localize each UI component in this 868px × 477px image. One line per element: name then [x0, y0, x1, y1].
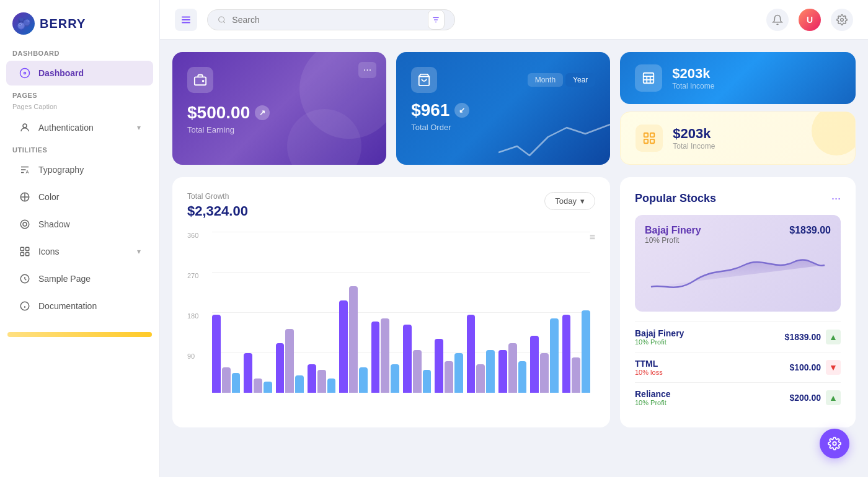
- fab-settings-button[interactable]: [820, 429, 849, 458]
- auth-icon: [19, 121, 31, 134]
- svg-point-22: [203, 81, 204, 82]
- bar-blue: [391, 364, 399, 393]
- svg-point-20: [841, 18, 844, 21]
- bar-purple: [467, 315, 476, 393]
- bar-group: [339, 286, 367, 393]
- bar-light-purple: [572, 357, 580, 393]
- dashboard-icon: [19, 67, 31, 79]
- stocks-more-button[interactable]: ···: [831, 192, 841, 205]
- bar-purple: [435, 339, 443, 393]
- stock-trend-icon: ▼: [826, 360, 841, 375]
- sidebar-icons-label: Icons: [38, 247, 59, 256]
- stock-trend-icon: ▲: [826, 330, 841, 344]
- featured-stock-card: Bajaj Finery 10% Profit $1839.00: [635, 215, 841, 312]
- bar-purple: [371, 322, 380, 393]
- user-avatar[interactable]: U: [799, 9, 821, 31]
- stock-row[interactable]: Bajaj Finery10% Profit$1839.00▲: [635, 322, 841, 352]
- stock-name: Bajaj Finery: [635, 328, 684, 338]
- sidebar-section-utilities: Utilities: [0, 141, 159, 156]
- growth-title: Total Growth: [187, 192, 248, 201]
- bar-purple: [212, 315, 221, 393]
- income-blue-info: $203k Total Income: [672, 66, 714, 90]
- logo-area: 🫐 BERRY: [0, 10, 159, 45]
- bottom-row: Total Growth $2,324.00 Today ▾ ≡ 360 270…: [172, 177, 856, 427]
- stock-price: $1839.00: [785, 332, 821, 342]
- sidebar-typography-label: Typography: [38, 165, 84, 175]
- bar-group: [371, 318, 399, 393]
- content-area: ··· $500.00 ↗ Total Earning: [160, 40, 868, 477]
- svg-text:A: A: [26, 169, 29, 175]
- settings-button[interactable]: [831, 9, 853, 31]
- main-area: U ··· $500.00: [160, 0, 868, 477]
- stock-row[interactable]: TTML10% loss$100.00▼: [635, 352, 841, 382]
- svg-rect-6: [20, 247, 24, 250]
- svg-point-0: [24, 72, 26, 74]
- bag-icon: [417, 73, 431, 87]
- growth-amount: $2,324.00: [187, 203, 248, 219]
- sidebar-item-color[interactable]: Color: [6, 185, 153, 209]
- bar-purple: [308, 364, 316, 393]
- sidebar-item-sample-page[interactable]: Sample Page: [6, 266, 153, 291]
- avatar-initials: U: [807, 15, 813, 25]
- bar-group: [530, 318, 558, 393]
- bar-group: [244, 353, 272, 393]
- bar-blue: [232, 373, 241, 393]
- notification-bell-button[interactable]: [766, 9, 789, 31]
- order-trend-icon: ↙: [454, 103, 469, 118]
- stock-row[interactable]: Reliance10% Profit$200.00▲: [635, 382, 841, 413]
- logo-text: BERRY: [40, 17, 86, 31]
- bar-light-purple: [476, 364, 485, 393]
- bar-blue: [327, 379, 336, 393]
- stock-sub: 10% loss: [635, 369, 663, 376]
- right-income-cards: $203k Total Income $203k Total Income: [620, 52, 856, 165]
- chart-menu-button[interactable]: ≡: [590, 232, 595, 243]
- svg-point-4: [20, 220, 29, 229]
- bar-blue: [550, 318, 559, 393]
- total-earning-card: ··· $500.00 ↗ Total Earning: [172, 52, 386, 165]
- search-input[interactable]: [232, 15, 422, 25]
- earning-more-button[interactable]: ···: [358, 62, 376, 78]
- stocks-header: Popular Stocks ···: [635, 192, 841, 205]
- sample-page-icon: [19, 273, 31, 285]
- bar-light-purple: [349, 286, 358, 393]
- bar-light-purple: [222, 367, 231, 393]
- today-chevron-icon: ▾: [580, 196, 585, 206]
- search-filter-button[interactable]: [428, 10, 445, 30]
- logo-icon: 🫐: [12, 12, 35, 35]
- stock-name: TTML: [635, 359, 663, 369]
- svg-point-5: [23, 222, 27, 226]
- order-card-top: Month Year: [411, 67, 595, 93]
- sidebar-item-typography[interactable]: A Typography: [6, 157, 153, 182]
- bar-blue: [359, 367, 368, 393]
- svg-line-16: [223, 21, 224, 22]
- income-yellow-icon-box: [636, 125, 663, 152]
- sidebar-item-documentation[interactable]: Documentation: [6, 294, 153, 318]
- featured-stock-top: Bajaj Finery 10% Profit $1839.00: [645, 225, 831, 245]
- sidebar-item-icons[interactable]: Icons ▾: [6, 239, 153, 264]
- svg-rect-32: [650, 139, 654, 143]
- bar-purple: [498, 350, 507, 393]
- sidebar-item-authentication[interactable]: Authentication ▾: [6, 115, 153, 140]
- income-yellow-info: $203k Total Income: [673, 126, 715, 151]
- income-blue-icon-box: [635, 64, 662, 92]
- bar-group: [562, 310, 590, 393]
- svg-rect-31: [644, 139, 648, 143]
- sidebar-item-dashboard[interactable]: Dashboard: [6, 61, 153, 85]
- stock-price: $200.00: [789, 393, 821, 403]
- bar-blue: [582, 310, 590, 393]
- hamburger-button[interactable]: [175, 9, 197, 31]
- month-toggle-button[interactable]: Month: [528, 73, 563, 87]
- bar-light-purple: [317, 370, 326, 393]
- order-icon-box: [411, 67, 437, 93]
- stocks-card: Popular Stocks ··· Bajaj Finery 10% Prof…: [620, 177, 856, 427]
- featured-stock-price: $1839.00: [789, 225, 831, 236]
- svg-rect-30: [650, 133, 654, 137]
- search-bar: [207, 9, 455, 30]
- year-toggle-button[interactable]: Year: [565, 73, 595, 87]
- sidebar-item-shadow[interactable]: Shadow: [6, 212, 153, 237]
- sidebar-docs-label: Documentation: [38, 301, 97, 311]
- income-blue-amount: $203k: [672, 66, 714, 82]
- today-filter-button[interactable]: Today ▾: [544, 192, 595, 210]
- color-icon: [19, 191, 31, 203]
- bar-light-purple: [508, 343, 517, 393]
